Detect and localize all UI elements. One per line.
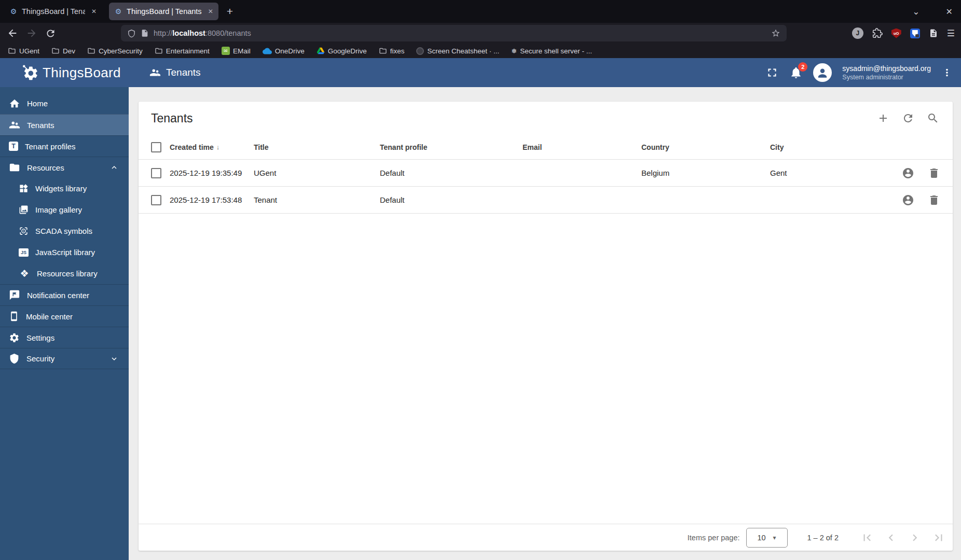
column-header-created-time[interactable]: Created time ↓ [170, 143, 254, 151]
column-header-city[interactable]: City [770, 143, 893, 151]
javascript-icon: JS [19, 248, 29, 257]
menu-hamburger-icon[interactable]: ☰ [947, 28, 955, 39]
next-page-icon[interactable] [908, 531, 922, 544]
bookmark-folder-dev[interactable]: Dev [51, 47, 75, 55]
window-close-icon[interactable]: ✕ [946, 7, 953, 17]
column-header-title[interactable]: Title [254, 143, 380, 151]
row-checkbox[interactable] [151, 168, 161, 178]
bookmark-folder-ugent[interactable]: UGent [8, 47, 39, 55]
manage-tenant-admins-icon[interactable] [902, 194, 914, 206]
snowflake-icon: ❅ [511, 48, 517, 54]
pagination-bar: Items per page: 10 ▾ 1 – 2 of 2 [139, 524, 953, 551]
sidebar-item-scada-symbols[interactable]: SCADA symbols [0, 220, 129, 242]
tab-close-icon[interactable]: ✕ [208, 8, 213, 15]
row-checkbox[interactable] [151, 195, 161, 205]
notification-count-badge: 2 [798, 62, 807, 72]
table-row[interactable]: 2025-12-19 17:53:48 Tenant Default [139, 187, 953, 214]
cell-tenant-profile: Default [380, 169, 523, 177]
firefox-account-avatar[interactable]: J [852, 27, 863, 39]
brand-name: ThingsBoard [43, 65, 121, 81]
items-per-page-select[interactable]: 10 ▾ [746, 528, 788, 548]
tracking-shield-icon[interactable] [127, 29, 136, 38]
add-tenant-button[interactable] [877, 112, 889, 124]
search-button[interactable] [927, 112, 939, 124]
password-manager-icon[interactable] [910, 29, 920, 38]
thingsboard-gear-icon [22, 64, 38, 81]
browser-nav-bar: http://localhost:8080/tenants J uO ☰ [0, 23, 961, 44]
url-text[interactable]: http://localhost:8080/tenants [154, 29, 251, 37]
sidebar-item-tenant-profiles[interactable]: T Tenant profiles [0, 135, 129, 157]
more-vert-icon[interactable] [941, 67, 953, 78]
tab-tenants[interactable]: ⚙ ThingsBoard | Tenants ✕ [109, 3, 218, 20]
bookmark-folder-entertainment[interactable]: Entertainment [155, 47, 210, 55]
page-info-icon[interactable] [141, 29, 149, 37]
column-header-tenant-profile[interactable]: Tenant profile [380, 143, 523, 151]
sidebar-item-security[interactable]: Security [0, 348, 129, 369]
person-icon [815, 65, 830, 80]
bookmark-onedrive[interactable]: OneDrive [263, 47, 305, 55]
resources-library-icon: ❖ [19, 269, 30, 278]
tab-close-icon[interactable]: ✕ [91, 8, 97, 15]
user-avatar[interactable] [813, 63, 832, 82]
bookmark-folder-fixes[interactable]: fixes [379, 47, 405, 55]
cell-city: Gent [770, 169, 893, 177]
manage-tenant-admins-icon[interactable] [902, 167, 914, 179]
user-info[interactable]: sysadmin@thingsboard.org System administ… [842, 64, 931, 81]
user-role: System administrator [842, 73, 931, 81]
url-bar[interactable]: http://localhost:8080/tenants [121, 25, 787, 41]
column-header-country[interactable]: Country [641, 143, 770, 151]
sort-desc-icon: ↓ [216, 143, 220, 151]
user-email: sysadmin@thingsboard.org [842, 64, 931, 73]
tab-overflow-chevron-icon[interactable]: ⌄ [912, 6, 919, 17]
column-header-email[interactable]: Email [523, 143, 641, 151]
thingsboard-logo[interactable]: ThingsBoard [0, 64, 121, 81]
sidebar-item-mobile-center[interactable]: Mobile center [0, 305, 129, 327]
sidebar-item-javascript-library[interactable]: JS JavaScript library [0, 242, 129, 263]
bookmark-screen-cheatsheet[interactable]: Screen Cheatsheet · ... [416, 47, 499, 55]
reader-document-icon[interactable] [929, 29, 938, 38]
folder-icon [9, 162, 20, 173]
tab-tenant-admin[interactable]: ⚙ ThingsBoard | Tenant ad ✕ [4, 3, 102, 20]
ublock-origin-icon[interactable]: uO [891, 29, 901, 38]
mail-icon: ✉ [222, 47, 230, 55]
table-row[interactable]: 2025-12-19 19:35:49 UGent Default Belgiu… [139, 160, 953, 187]
last-page-icon[interactable] [932, 531, 945, 544]
bookmark-email[interactable]: ✉ EMail [222, 47, 251, 55]
forward-icon[interactable] [26, 27, 37, 39]
sidebar-item-resources-library[interactable]: ❖ Resources library [0, 263, 129, 284]
dropdown-caret-icon: ▾ [773, 534, 776, 541]
browser-tab-bar: ⚙ ThingsBoard | Tenant ad ✕ ⚙ ThingsBoar… [0, 0, 961, 23]
app-header: ThingsBoard Tenants 2 sysadmin@thingsboa… [0, 58, 961, 87]
back-icon[interactable] [7, 27, 18, 39]
cell-title: Tenant [254, 195, 380, 204]
bookmark-secure-shell[interactable]: ❅ Secure shell server - ... [511, 47, 592, 55]
smartphone-icon [9, 311, 19, 321]
sidebar-item-widgets-library[interactable]: Widgets library [0, 178, 129, 199]
widgets-icon [19, 184, 29, 193]
reload-icon[interactable] [45, 28, 56, 39]
first-page-icon[interactable] [860, 531, 874, 544]
sidebar-nav: Home Tenants T Tenant profiles Resources… [0, 87, 129, 560]
sidebar-item-settings[interactable]: Settings [0, 327, 129, 348]
pagination-range: 1 – 2 of 2 [807, 534, 839, 542]
sidebar-item-resources[interactable]: Resources [0, 157, 129, 178]
bookmark-folder-cybersecurity[interactable]: CyberSecurity [87, 47, 143, 55]
page-title: Tenants [166, 67, 201, 78]
refresh-button[interactable] [902, 112, 914, 124]
fullscreen-icon[interactable] [765, 66, 779, 79]
sidebar-item-notification-center[interactable]: Notification center [0, 284, 129, 305]
bookmarks-bar: UGent Dev CyberSecurity Entertainment ✉ … [0, 44, 961, 58]
extensions-puzzle-icon[interactable] [872, 28, 883, 38]
select-all-checkbox[interactable] [151, 142, 161, 152]
sidebar-item-tenants[interactable]: Tenants [0, 114, 129, 135]
new-tab-button[interactable]: + [227, 5, 233, 18]
bookmark-star-icon[interactable] [771, 29, 780, 38]
previous-page-icon[interactable] [884, 531, 898, 544]
sidebar-item-image-gallery[interactable]: Image gallery [0, 199, 129, 220]
delete-tenant-icon[interactable] [928, 167, 940, 179]
card-title: Tenants [151, 111, 193, 125]
delete-tenant-icon[interactable] [928, 194, 940, 206]
sidebar-item-home[interactable]: Home [0, 93, 129, 114]
bookmark-googledrive[interactable]: GoogleDrive [317, 47, 367, 55]
notifications-bell-icon[interactable]: 2 [789, 66, 803, 79]
